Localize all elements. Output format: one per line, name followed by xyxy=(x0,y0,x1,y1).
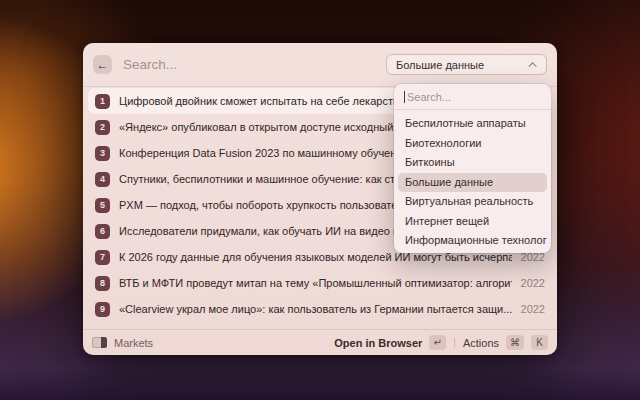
dropdown-option[interactable]: Биткоины xyxy=(398,153,547,173)
dropdown-option[interactable]: Биотехнологии xyxy=(398,134,547,154)
back-arrow-icon: ← xyxy=(97,58,109,72)
dropdown-search-input[interactable]: Search... xyxy=(394,84,551,109)
source-label: Markets xyxy=(114,337,153,349)
dropdown-option[interactable]: Большие данные xyxy=(398,173,547,193)
search-input[interactable]: Search... xyxy=(123,57,386,72)
dropdown-option[interactable]: Информационные технологии, IT xyxy=(398,231,547,251)
item-number-badge: 7 xyxy=(95,250,110,265)
item-title: ВТБ и МФТИ проведут митап на тему «Промы… xyxy=(119,277,512,289)
list-item[interactable]: 9 «Clearview украл мое лицо»: как пользо… xyxy=(88,296,552,322)
search-header: ← Search... Большие данные xyxy=(83,43,557,86)
launcher-window: ← Search... Большие данные 1 Цифровой дв… xyxy=(83,43,557,355)
list-item[interactable]: 8 ВТБ и МФТИ проведут митап на тему «Про… xyxy=(88,270,552,296)
filter-value: Большие данные xyxy=(396,59,484,71)
footer-bar: Markets Open in Browser ↵ | Actions ⌘ K xyxy=(83,330,557,355)
filter-dropdown-button[interactable]: Большие данные xyxy=(386,54,547,75)
markets-logo-icon xyxy=(92,337,107,348)
cmd-key-icon: ⌘ xyxy=(506,335,524,350)
text-cursor xyxy=(404,91,405,103)
footer-actions: Open in Browser ↵ | Actions ⌘ K xyxy=(334,335,548,350)
enter-key-icon: ↵ xyxy=(429,335,446,350)
item-number-badge: 3 xyxy=(95,146,110,161)
dropdown-option[interactable]: Интернет вещей xyxy=(398,212,547,232)
dropdown-search-placeholder: Search... xyxy=(407,91,451,103)
item-number-badge: 2 xyxy=(95,120,110,135)
item-number-badge: 4 xyxy=(95,172,110,187)
item-year: 2022 xyxy=(521,277,545,289)
item-number-badge: 9 xyxy=(95,302,110,317)
source-info: Markets xyxy=(92,337,334,349)
item-number-badge: 8 xyxy=(95,276,110,291)
chevron-up-icon xyxy=(528,62,536,70)
dropdown-options: Беспилотные аппаратыБиотехнологииБиткоин… xyxy=(394,110,551,255)
dropdown-option[interactable]: Беспилотные аппараты xyxy=(398,114,547,134)
open-in-browser-button[interactable]: Open in Browser xyxy=(334,337,422,349)
k-key-icon: K xyxy=(531,335,548,350)
item-title: «Clearview украл мое лицо»: как пользова… xyxy=(119,303,512,315)
footer-separator: | xyxy=(453,337,456,348)
back-button[interactable]: ← xyxy=(93,55,112,74)
item-number-badge: 1 xyxy=(95,94,110,109)
filter-dropdown-panel: Search... Беспилотные аппаратыБиотехноло… xyxy=(394,84,551,253)
item-number-badge: 5 xyxy=(95,198,110,213)
item-number-badge: 6 xyxy=(95,224,110,239)
item-year: 2022 xyxy=(521,303,545,315)
dropdown-option[interactable]: Виртуальная реальность xyxy=(398,192,547,212)
actions-button[interactable]: Actions xyxy=(463,337,499,349)
